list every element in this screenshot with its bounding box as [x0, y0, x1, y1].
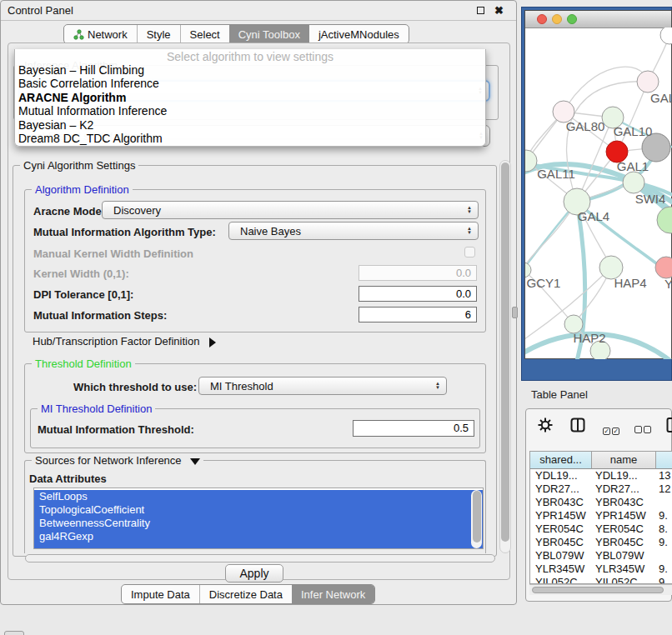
cyni-algorithm-settings-label: Cyni Algorithm Settings: [20, 159, 138, 172]
dpi-tolerance-input[interactable]: 0.0: [359, 286, 477, 302]
tab-infer-network-label: Infer Network: [301, 588, 365, 601]
attributes-list-scrollbar[interactable]: [471, 490, 482, 548]
table-row[interactable]: YPR145WYPR145W9.: [530, 509, 672, 522]
table-horizontal-scrollbar[interactable]: [529, 584, 672, 595]
checked-rows-icon[interactable]: ✓✓: [603, 422, 619, 437]
list-item-betweennesscentrality[interactable]: BetweennessCentrality: [34, 517, 483, 530]
table-row[interactable]: YBR043CYBR043C: [530, 496, 672, 509]
label-gal4: GAL4: [578, 209, 609, 223]
mi-steps-input[interactable]: 6: [359, 307, 477, 322]
table-rows: YDL19...YDL19...13 YDR27...YDR27...12 YB…: [530, 469, 672, 583]
table-row[interactable]: YDL19...YDL19...13: [530, 469, 672, 482]
tab-select-label: Select: [190, 28, 220, 41]
float-icon[interactable]: [477, 7, 484, 14]
settings-vertical-scrollbar[interactable]: [499, 160, 511, 553]
dropdown-item-bayesian-hill-climbing[interactable]: Bayesian – Hill Climbing: [15, 63, 485, 77]
aracne-mode-label: Aracne Mode:: [33, 205, 105, 218]
label-gal10: GAL10: [614, 124, 653, 138]
tab-discretize-data[interactable]: Discretize Data: [199, 585, 292, 603]
chevron-down-icon: [190, 458, 200, 465]
dropdown-item-dream8[interactable]: Dream8 DC_TDC Algorithm: [15, 132, 485, 145]
dropdown-item-aracne[interactable]: ARACNE Algorithm: [15, 91, 485, 104]
data-attributes-list[interactable]: SelfLoops TopologicalCoefficient Between…: [33, 488, 484, 549]
dropdown-item-basic-correlation[interactable]: Basic Correlation Inference: [15, 77, 485, 90]
partial-corner-button[interactable]: [4, 631, 24, 635]
table-horizontal-scrollbar-thumb[interactable]: [532, 587, 664, 593]
table-row[interactable]: YDR27...YDR27...12: [530, 482, 672, 496]
node-gal[interactable]: [637, 71, 659, 92]
column-header-shared-name-label: shared...: [539, 453, 582, 466]
mi-threshold-input[interactable]: 0.5: [353, 420, 474, 437]
node-unlabeled-green[interactable]: [657, 207, 672, 233]
panel-splitter-handle[interactable]: [512, 307, 518, 318]
table-panel-title: Table Panel: [531, 388, 588, 401]
cyni-bottom-tabbar: Impute Data Discretize Data Infer Networ…: [121, 584, 375, 604]
tab-network[interactable]: Network: [64, 25, 137, 43]
close-traffic-light-icon[interactable]: [537, 14, 547, 24]
algorithm-definition-label: Algorithm Definition: [32, 183, 133, 196]
table-row[interactable]: YER054CYER054C8.: [530, 522, 672, 536]
tab-network-label: Network: [88, 28, 128, 41]
list-item-selfloops[interactable]: SelfLoops: [34, 490, 483, 503]
tab-cyni-toolbox[interactable]: Cyni Toolbox: [229, 25, 309, 43]
sources-group-label: Sources for Network Inference: [35, 454, 182, 467]
mi-algorithm-type-select[interactable]: Naive Bayes ▲▼: [228, 222, 479, 240]
aracne-mode-select[interactable]: Discovery ▲▼: [102, 201, 479, 219]
manual-kernel-width-checkbox: [464, 247, 475, 258]
mi-algorithm-type-value: Naive Bayes: [240, 222, 301, 239]
minimize-traffic-light-icon[interactable]: [552, 14, 562, 24]
threshold-definition-group: Threshold Definition Which threshold to …: [24, 363, 486, 453]
tab-style[interactable]: Style: [137, 25, 180, 43]
control-panel-window: Control Panel ✖ Network Style Select Cyn…: [0, 0, 517, 605]
network-canvas[interactable]: GAL GAL80 GAL10 GAL1 GAL11 SWI4 GAL4 GCY…: [525, 28, 672, 359]
split-columns-icon[interactable]: [570, 418, 585, 432]
zoom-traffic-light-icon[interactable]: [567, 14, 577, 24]
label-gal1: GAL1: [617, 159, 649, 173]
unchecked-rows-icon[interactable]: [634, 422, 651, 437]
aracne-mode-value: Discovery: [113, 202, 161, 218]
column-header-shared-name[interactable]: shared...: [530, 452, 592, 469]
table-row[interactable]: YIL052CYIL052C9: [530, 576, 672, 583]
network-tab-icon: [73, 29, 84, 40]
which-threshold-select[interactable]: MI Threshold ▲▼: [198, 377, 447, 395]
tab-discretize-data-label: Discretize Data: [209, 588, 283, 601]
label-y: Y: [664, 277, 672, 291]
settings-vertical-scrollbar-thumb[interactable]: [501, 162, 509, 542]
tab-cyni-toolbox-label: Cyni Toolbox: [238, 28, 300, 41]
dropdown-item-bayesian-k2[interactable]: Bayesian – K2: [15, 118, 485, 132]
node-swi4[interactable]: [623, 172, 644, 193]
list-item-gal4rgexp[interactable]: gal4RGexp: [34, 530, 483, 543]
tab-select[interactable]: Select: [180, 25, 229, 43]
control-panel-titlebar[interactable]: Control Panel ✖: [1, 1, 516, 21]
list-item-topologicalcoefficient[interactable]: TopologicalCoefficient: [34, 503, 483, 517]
table-row[interactable]: YLR345WYLR345W9.: [530, 562, 672, 576]
column-header-name-label: name: [610, 453, 638, 466]
dropdown-item-mutual-information[interactable]: Mutual Information Inference: [15, 104, 485, 118]
kernel-width-input: 0.0: [359, 265, 477, 281]
table-row[interactable]: YBR045CYBR045C9.: [530, 536, 672, 549]
settings-horizontal-scrollbar[interactable]: [25, 554, 495, 562]
hub-definition-expander[interactable]: Hub/Transcription Factor Definition: [33, 335, 216, 348]
chevron-right-icon: [209, 338, 216, 348]
close-icon[interactable]: ✖: [494, 1, 504, 21]
node-table: shared... name YDL19...YDL19...13 YDR27.…: [529, 451, 672, 584]
attributes-list-scrollbar-thumb[interactable]: [473, 491, 481, 542]
cyni-toolbox-content: Inference Algorithm ▲▼ gal-filtered sif …: [8, 42, 510, 580]
network-window-titlebar[interactable]: [525, 11, 671, 28]
tab-jactivemnodules[interactable]: jActiveMNodules: [309, 25, 409, 43]
mi-threshold-definition-group: MI Threshold Definition Mutual Informati…: [30, 408, 480, 448]
new-table-icon[interactable]: [666, 417, 672, 433]
tab-infer-network[interactable]: Infer Network: [292, 585, 374, 603]
column-header-name[interactable]: name: [592, 452, 656, 469]
tab-impute-data[interactable]: Impute Data: [122, 585, 199, 603]
apply-button[interactable]: Apply: [225, 564, 283, 582]
node-unlabeled-top[interactable]: [660, 28, 672, 44]
algorithm-dropdown-prompt: Select algorithm to view settings: [15, 49, 485, 63]
sources-collapse-toggle[interactable]: Sources for Network Inference: [32, 454, 203, 467]
table-row[interactable]: YBL079WYBL079W: [530, 549, 672, 562]
node-y-salmon[interactable]: [655, 257, 672, 278]
list-item-partial[interactable]: [34, 543, 483, 549]
label-gal11: GAL11: [537, 167, 575, 181]
gear-icon[interactable]: [538, 418, 553, 432]
column-header-partial[interactable]: [656, 452, 672, 469]
